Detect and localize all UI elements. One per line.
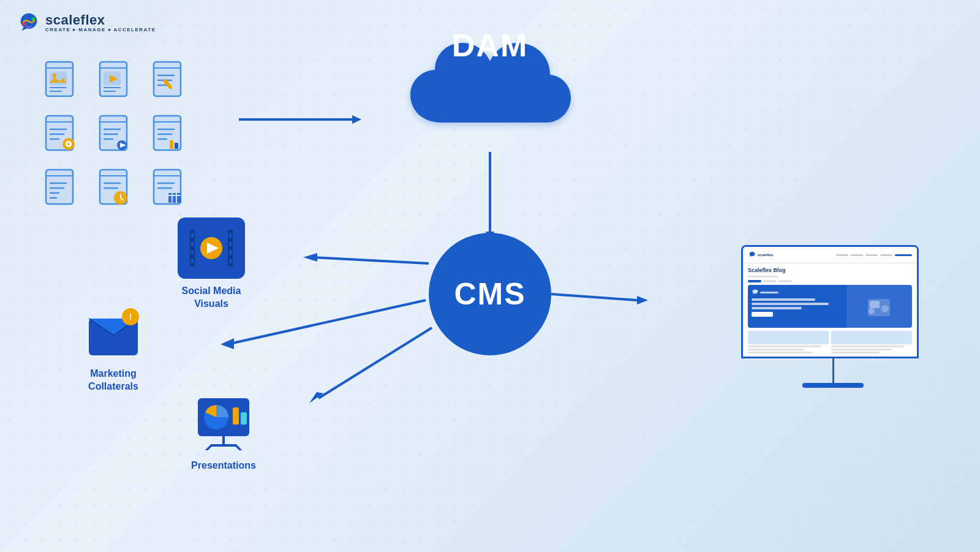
website-node: scaleflex Scaleflex Blog [741, 245, 925, 388]
svg-rect-47 [170, 140, 173, 149]
svg-line-77 [312, 257, 429, 263]
presentations-node: Presentations [190, 392, 257, 472]
svg-marker-74 [352, 115, 361, 124]
svg-point-32 [67, 143, 70, 145]
social-media-icon-box [178, 217, 245, 279]
monitor-screen: scaleflex Scaleflex Blog [741, 245, 919, 358]
svg-rect-94 [229, 250, 232, 255]
logo-text: scaleflex CREATE ▸ MANAGE ▸ ACCELERATE [45, 13, 156, 32]
dam-label: DAM [398, 27, 582, 64]
svg-point-1 [32, 17, 36, 21]
svg-point-6 [53, 74, 56, 77]
svg-rect-5 [50, 72, 67, 85]
svg-rect-107 [241, 412, 247, 425]
file-icon-chart [148, 112, 192, 156]
marketing-node: ! Marketing Collaterals [80, 300, 147, 393]
svg-line-110 [206, 445, 211, 450]
svg-text:!: ! [129, 312, 132, 322]
social-media-node: Social Media Visuals [178, 217, 245, 311]
file-icon-calendar [148, 166, 192, 210]
svg-rect-92 [229, 233, 232, 238]
file-icon-edit [148, 58, 192, 102]
social-media-label: Social Media Visuals [178, 285, 245, 311]
cms-node: CMS [429, 233, 551, 355]
scaleflex-logo-icon [17, 11, 40, 34]
file-icon-doc [40, 166, 84, 210]
svg-line-81 [318, 328, 432, 398]
svg-rect-95 [229, 259, 232, 263]
svg-marker-80 [221, 338, 234, 349]
svg-rect-91 [191, 259, 194, 263]
file-icons-grid [40, 58, 197, 215]
logo-tagline: CREATE ▸ MANAGE ▸ ACCELERATE [45, 28, 156, 32]
svg-marker-84 [637, 296, 648, 304]
svg-marker-82 [309, 392, 323, 403]
file-icon-preview [40, 112, 84, 156]
svg-rect-48 [175, 143, 178, 149]
svg-point-115 [881, 305, 889, 312]
svg-rect-93 [229, 241, 232, 246]
svg-rect-16 [154, 62, 181, 96]
svg-line-79 [233, 300, 426, 343]
svg-marker-78 [303, 253, 317, 262]
monitor-base [802, 383, 864, 388]
svg-point-114 [869, 308, 875, 314]
svg-point-0 [23, 22, 26, 26]
svg-rect-106 [233, 407, 239, 425]
svg-rect-113 [870, 301, 880, 308]
dam-node: DAM [398, 37, 582, 82]
svg-rect-49 [46, 170, 73, 204]
logo: scaleflex CREATE ▸ MANAGE ▸ ACCELERATE [17, 11, 156, 34]
svg-rect-89 [191, 241, 194, 246]
file-icon-image [40, 58, 84, 102]
file-icon-video [94, 58, 138, 102]
svg-line-111 [236, 445, 241, 450]
blog-title: Scaleflex Blog [748, 267, 912, 273]
cms-label: CMS [454, 276, 526, 312]
file-icon-timer [94, 166, 138, 210]
logo-brand: scaleflex [45, 13, 156, 27]
file-icon-audio [94, 112, 138, 156]
monitor: scaleflex Scaleflex Blog [741, 245, 925, 388]
monitor-stand [832, 358, 834, 383]
marketing-label: Marketing Collaterals [80, 368, 147, 393]
svg-line-83 [551, 294, 637, 300]
svg-rect-88 [191, 233, 194, 238]
presentations-label: Presentations [190, 459, 257, 472]
svg-rect-69 [168, 193, 181, 203]
svg-rect-90 [191, 250, 194, 255]
